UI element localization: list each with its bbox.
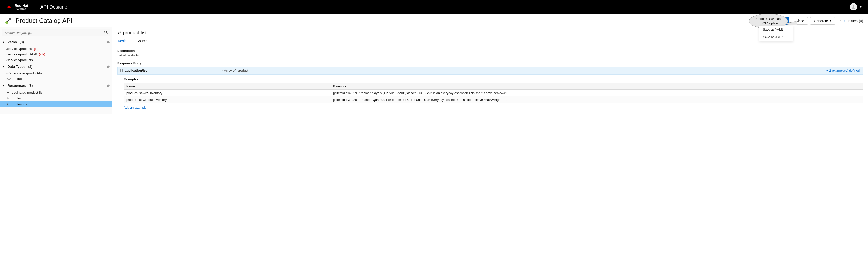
response-body-panel: application/json › Array of: product ▼ 2… [117, 66, 863, 75]
chevron-down-icon: ▼ [826, 70, 828, 72]
response-item-selected[interactable]: ↩product-list [0, 101, 112, 107]
tab-design[interactable]: Design [117, 38, 129, 45]
topbar: Red Hat Integration API Designer ▼ [0, 0, 868, 13]
datatype-item[interactable]: </>product [0, 76, 112, 82]
response-body-heading: Response Body [117, 61, 863, 65]
actionbar: Product Catalog API Save As... ▼ Save as… [0, 13, 868, 27]
response-item[interactable]: ↩paginated-product-list [0, 89, 112, 95]
add-example-link[interactable]: Add an example [124, 106, 863, 109]
share-icon[interactable]: ↪ [838, 19, 841, 23]
code-icon: </> [6, 71, 10, 75]
responses-label: Responses [7, 84, 26, 87]
sidebar: ▼ Paths (3) ⊕ /services/product/{id} /se… [0, 27, 113, 114]
path-item[interactable]: /services/products [0, 57, 112, 63]
save-as-json-item[interactable]: Save as JSON [760, 33, 793, 41]
chevron-down-icon: ▼ [2, 65, 5, 68]
breadcrumb: ↩ product-list ⋮ [117, 30, 863, 35]
examples-heading: Examples [124, 78, 863, 81]
chevron-down-icon: ▼ [2, 41, 5, 43]
description-heading: Description [117, 49, 863, 53]
table-row[interactable]: product-list-with-inventory [{"itemId":"… [124, 90, 863, 96]
path-item[interactable]: /services/product/{id} [0, 46, 112, 52]
save-as-yaml-item[interactable]: Save as YAML [760, 26, 793, 33]
paths-label: Paths [7, 40, 17, 44]
brand-sub: Integration [14, 7, 28, 10]
search-button[interactable] [102, 29, 110, 36]
datatype-item[interactable]: </>paginated-product-list [0, 70, 112, 76]
reply-icon: ↩ [117, 30, 121, 35]
chevron-down-icon: ▼ [2, 84, 5, 87]
api-icon [5, 18, 12, 24]
col-example: Example [331, 83, 863, 90]
tabs: Design Source [117, 38, 863, 46]
paths-section-header[interactable]: ▼ Paths (3) ⊕ [0, 38, 112, 46]
callout-text-1: Choose "Save as [756, 17, 781, 21]
save-as-dropdown: Save as YAML Save as JSON [759, 26, 793, 41]
add-response-button[interactable]: ⊕ [107, 84, 110, 87]
example-name: product-list-without-inventory [124, 96, 331, 103]
reply-icon: ↩ [6, 96, 10, 100]
brand-logo[interactable]: Red Hat Integration [6, 4, 28, 10]
issues-count: (0) [859, 19, 863, 23]
datatypes-label: Data Types [7, 65, 26, 68]
content-area: ↩ product-list ⋮ Design Source Descripti… [113, 27, 868, 114]
page-title: Product Catalog API [16, 17, 72, 25]
generate-label: Generate [814, 19, 828, 23]
path-item[interactable]: /services/product/list/{ids} [0, 52, 112, 57]
table-row[interactable]: product-list-without-inventory [{"itemId… [124, 96, 863, 103]
svg-line-6 [106, 33, 107, 33]
col-name: Name [124, 83, 331, 90]
breadcrumb-title: product-list [123, 30, 147, 35]
responses-section-header[interactable]: ▼ Responses (3) ⊕ [0, 82, 112, 89]
search-icon [104, 31, 107, 34]
description-text: List of products [117, 54, 863, 57]
brand-name: Red Hat [14, 4, 28, 7]
tab-source[interactable]: Source [136, 38, 148, 45]
chevron-right-icon: › [222, 69, 223, 72]
issues-indicator[interactable]: ✔ Issues (0) [843, 19, 863, 23]
examples-toggle[interactable]: ▼ 2 example(s) defined. [826, 69, 861, 73]
kebab-menu[interactable]: ⋮ [859, 30, 863, 35]
svg-point-3 [9, 18, 11, 20]
reply-icon: ↩ [6, 90, 10, 94]
example-value: [{"itemId":"329299","name":"Quarkus T-sh… [331, 96, 863, 103]
svg-line-4 [7, 20, 9, 22]
media-type[interactable]: application/json [120, 69, 150, 73]
datatypes-count: (2) [28, 65, 32, 68]
file-icon [120, 69, 123, 73]
user-icon [851, 4, 856, 9]
search-input[interactable] [2, 29, 102, 36]
examples-table: Name Example product-list-with-inventory… [124, 83, 863, 103]
code-icon: </> [6, 77, 10, 81]
responses-count: (3) [28, 84, 33, 87]
main-split: ▼ Paths (3) ⊕ /services/product/{id} /se… [0, 27, 868, 114]
add-path-button[interactable]: ⊕ [107, 40, 110, 44]
svg-point-1 [853, 5, 855, 7]
redhat-icon [6, 4, 12, 9]
reply-icon: ↩ [6, 102, 10, 106]
generate-button[interactable]: Generate▼ [810, 17, 835, 25]
schema-summary[interactable]: › Array of: product [150, 69, 826, 73]
paths-count: (3) [20, 40, 24, 44]
add-datatype-button[interactable]: ⊕ [107, 65, 110, 68]
example-value: [{"itemId":"329299","name":"Jaya's Quark… [331, 90, 863, 96]
svg-point-5 [105, 31, 106, 33]
check-icon: ✔ [843, 19, 846, 23]
response-item[interactable]: ↩product [0, 95, 112, 101]
datatypes-section-header[interactable]: ▼ Data Types (2) ⊕ [0, 63, 112, 70]
user-menu-caret[interactable]: ▼ [860, 5, 862, 8]
issues-label: Issues [847, 19, 857, 23]
callout-text-2: JSON" option [759, 21, 778, 25]
user-menu[interactable] [850, 3, 857, 10]
example-name: product-list-with-inventory [124, 90, 331, 96]
app-title: API Designer [40, 4, 69, 10]
